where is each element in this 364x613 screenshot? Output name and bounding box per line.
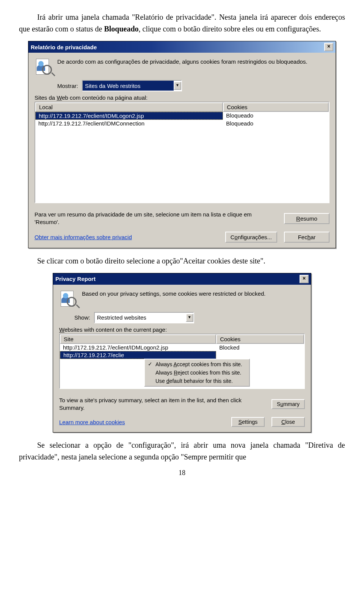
col-site-header[interactable]: Site [60,334,216,344]
intro-text: Based on your privacy settings, some coo… [82,290,305,307]
close-button[interactable]: Fechar [284,232,329,243]
para1-text-b: Bloqueado [104,25,138,33]
privacy-report-dialog-pt: Relatório de privacidade × De acordo com… [28,41,336,248]
settings-button[interactable]: Configurações... [225,232,277,243]
paragraph-1: Irá abrir uma janela chamada "Relatório … [19,11,345,35]
show-selected: Restricted websites [95,313,186,323]
close-button[interactable]: Close [271,417,305,427]
settings-button[interactable]: Settings [231,417,265,427]
close-icon[interactable]: × [324,43,333,51]
chevron-down-icon[interactable]: ▼ [174,82,181,90]
titlebar-text: Privacy Report [55,276,300,282]
status-cell [216,351,304,359]
sites-label: Sites da Web com conteúdo na página atua… [35,94,329,101]
list-item[interactable]: http://172.19.212.7/eclient/IDMLogon2.js… [60,344,304,351]
status-cell: Bloqueado [223,112,329,120]
show-combobox[interactable]: Sites da Web restritos ▼ [82,80,182,91]
list-item[interactable]: http://172.19.212.7/eclient/IDMConnectio… [35,120,329,127]
intro-text: De acordo com as configurações de privac… [57,58,329,75]
chevron-down-icon[interactable]: ▼ [186,314,193,322]
privacy-icon [59,290,77,307]
context-menu[interactable]: Always Accept cookies from this site. Al… [144,359,250,387]
page-number: 18 [19,469,345,477]
para2-text: Se clicar com o botão direito selecione … [37,257,265,265]
site-cell: http://172.19.212.7/eclient/IDMConnectio… [35,120,223,127]
summary-button[interactable]: Summary [271,399,305,409]
summary-button[interactable]: Resumo [284,213,329,224]
site-cell: http://172.19.212.7/eclient/IDMLogon2.js… [35,112,223,120]
paragraph-2: Se clicar com o botão direito selecione … [19,255,345,267]
privacy-icon [35,58,53,75]
status-cell: Bloqueado [223,120,329,127]
ctx-always-reject[interactable]: Always Reject cookies from this site. [145,368,249,377]
show-combobox[interactable]: Restricted websites ▼ [94,312,194,323]
show-label: Mostrar: [57,83,78,89]
list-item[interactable]: http://172.19.212.7/eclie [60,351,304,359]
show-selected: Sites da Web restritos [83,81,174,91]
titlebar-text: Relatório de privacidade [31,44,324,50]
col-site-header[interactable]: Local [35,102,223,112]
sites-label: Websites with content on the current pag… [59,326,305,333]
list-header: Site Cookies [60,334,304,344]
site-cell: http://172.19.212.7/eclie [60,351,216,359]
hint-text: Para ver um resumo da privacidade de um … [35,211,277,226]
para3-text: Se selecionar a opção de "configuração",… [19,441,345,461]
more-info-link[interactable]: Learn more about cookies [59,419,224,425]
para1-text-c: , clique com o botão direito sobre eles … [139,25,321,33]
ctx-use-default[interactable]: Use default behavior for this site. [145,377,249,385]
col-cookies-header[interactable]: Cookies [223,102,329,112]
status-cell: Blocked [216,344,304,351]
dialog-body: De acordo com as configurações de privac… [28,53,336,248]
privacy-report-dialog-en: Privacy Report × Based on your privacy s… [53,273,311,433]
sites-listbox[interactable]: Local Cookies http://172.19.212.7/eclien… [35,102,329,203]
paragraph-3: Se selecionar a opção de "configuração",… [19,439,345,463]
dialog-body: Based on your privacy settings, some coo… [53,285,311,433]
titlebar[interactable]: Privacy Report × [53,273,311,285]
list-header: Local Cookies [35,102,329,112]
col-cookies-header[interactable]: Cookies [216,334,304,344]
ctx-always-accept[interactable]: Always Accept cookies from this site. [145,360,249,368]
show-label: Show: [74,314,90,321]
close-icon[interactable]: × [300,275,309,283]
site-cell: http://172.19.212.7/eclient/IDMLogon2.js… [60,344,216,351]
titlebar[interactable]: Relatório de privacidade × [28,41,336,53]
hint-text: To view a site's privacy summary, select… [59,397,265,412]
list-item[interactable]: http://172.19.212.7/eclient/IDMLogon2.js… [35,112,329,120]
more-info-link[interactable]: Obter mais informações sobre privacid [35,234,218,240]
